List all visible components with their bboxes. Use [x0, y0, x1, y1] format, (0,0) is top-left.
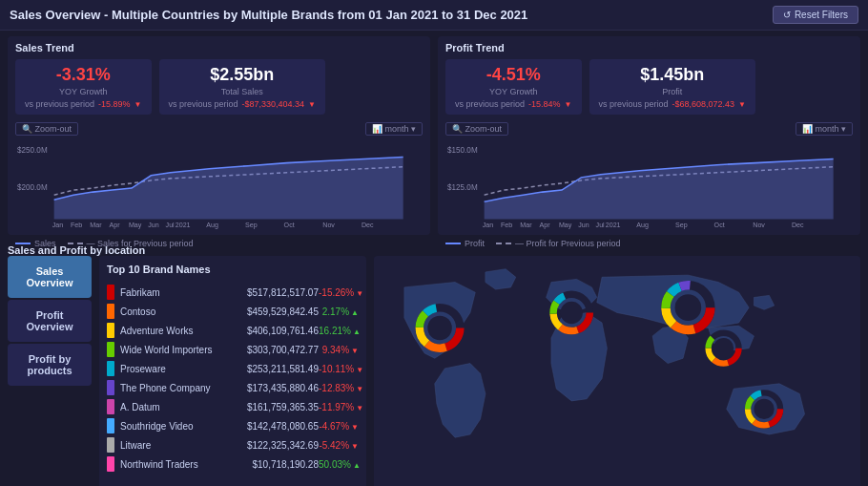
- profit-value: $1.45bn: [599, 65, 747, 85]
- profit-chart: $150.0M $125.0M Jan Feb Mar Apr May Jun …: [445, 137, 853, 233]
- brand-table-row: Southridge Video$142,478,080.65-4.67%▼: [107, 416, 359, 435]
- profit-yoy-vs: vs previous period: [455, 99, 525, 109]
- down-triangle-icon: ▼: [356, 385, 363, 393]
- brand-table-row: A. Datum$161,759,365.35-11.97%▼: [107, 397, 359, 416]
- profit-yoy-sub: vs previous period -15.84% ▼: [455, 99, 572, 109]
- profit-yoy-triangle: ▼: [565, 100, 572, 109]
- brand-value-cell: $253,211,581.49: [228, 364, 319, 374]
- profit-metrics-row: -4.51% YOY Growth vs previous period -15…: [445, 59, 853, 115]
- brand-table-row: Litware$122,325,342.69-5.42%▼: [107, 435, 359, 454]
- profit-value-card: $1.45bn Profit vs previous period -$68,6…: [589, 59, 756, 115]
- brand-pct-cell: -12.83%▼: [319, 383, 359, 393]
- brand-pct-cell: 16.21%▲: [319, 326, 359, 336]
- profit-trend-title: Profit Trend: [445, 42, 853, 53]
- svg-text:Jul: Jul: [596, 222, 606, 229]
- brand-name-cell: Adventure Works: [120, 326, 228, 336]
- brand-name-cell: Northwind Traders: [120, 459, 228, 470]
- profit-triangle: ▼: [738, 100, 746, 109]
- brand-table-row: Adventure Works$406,109,761.4616.21%▲: [107, 321, 359, 340]
- svg-point-61: [754, 399, 774, 419]
- brand-table-row: Proseware$253,211,581.49-10.11%▼: [107, 359, 359, 378]
- svg-text:$200.0M: $200.0M: [17, 183, 48, 192]
- brand-name-cell: Proseware: [120, 364, 228, 374]
- sales-legend-sales: Sales: [15, 239, 56, 248]
- svg-text:2021: 2021: [606, 222, 621, 229]
- nav-sales-overview[interactable]: Sales Overview: [8, 256, 92, 298]
- brand-pct-cell: 2.17%▲: [319, 306, 359, 317]
- nav-profit-by-products[interactable]: Profit by products: [8, 344, 92, 386]
- brand-value-cell: $122,325,342.69: [228, 440, 319, 451]
- brand-color-indicator: [107, 456, 114, 472]
- svg-text:May: May: [559, 222, 572, 229]
- profit-vs: vs previous period: [599, 99, 669, 109]
- down-triangle-icon: ▼: [356, 404, 363, 412]
- sales-prev-line: [68, 243, 83, 244]
- profit-legend-prev: — Profit for Previous period: [496, 239, 621, 248]
- svg-text:Aug: Aug: [636, 222, 649, 229]
- svg-text:Apr: Apr: [540, 222, 551, 229]
- sales-yoy-value: -3.31%: [25, 65, 142, 85]
- sales-chart: $250.0M $200.0M Jan Feb Mar Apr May Jun …: [15, 137, 423, 233]
- profit-yoy-card: -4.51% YOY Growth vs previous period -15…: [445, 59, 582, 115]
- svg-text:Jul: Jul: [166, 222, 176, 229]
- sales-total-change: -$87,330,404.34: [242, 99, 305, 109]
- trends-section: Sales Trend -3.31% YOY Growth vs previou…: [0, 31, 868, 241]
- brand-table-panel: Top 10 Brand Names Fabrikam$517,812,517.…: [99, 256, 366, 486]
- sales-month-button[interactable]: 📊 month ▾: [365, 122, 423, 136]
- svg-marker-2: [54, 158, 403, 220]
- svg-point-54: [675, 294, 702, 321]
- brand-table-row: Wide World Importers$303,700,472.779.34%…: [107, 340, 359, 359]
- sales-yoy-sub: vs previous period -15.89% ▼: [25, 99, 142, 109]
- brand-value-cell: $303,700,472.77: [228, 345, 319, 355]
- world-map: [374, 256, 860, 486]
- up-triangle-icon: ▲: [353, 461, 361, 470]
- nav-profit-overview[interactable]: Profit Overview: [8, 300, 92, 342]
- profit-yoy-value: -4.51%: [455, 65, 572, 85]
- svg-text:$125.0M: $125.0M: [447, 183, 478, 192]
- brand-value-cell: $406,109,761.46: [228, 326, 319, 336]
- profit-sub: vs previous period -$68,608,072.43 ▼: [599, 99, 747, 109]
- sales-total-triangle: ▼: [308, 100, 316, 109]
- reset-filters-button[interactable]: ↺ Reset Filters: [773, 6, 858, 24]
- sales-trend-panel: Sales Trend -3.31% YOY Growth vs previou…: [8, 36, 430, 235]
- sales-metrics-row: -3.31% YOY Growth vs previous period -15…: [15, 59, 423, 115]
- brand-pct-cell: 9.34%▼: [319, 345, 359, 355]
- sales-total-value: $2.55bn: [169, 65, 317, 85]
- brand-value-cell: $10,718,190.28: [228, 459, 319, 470]
- brand-color-indicator: [107, 304, 114, 319]
- sales-zoom-out-button[interactable]: 🔍 Zoom-out: [15, 122, 78, 136]
- profit-zoom-out-button[interactable]: 🔍 Zoom-out: [445, 122, 508, 136]
- profit-chart-legend: Profit — Profit for Previous period: [445, 239, 853, 248]
- brand-table-row: Northwind Traders$10,718,190.2850.03%▲: [107, 454, 359, 474]
- brand-table-row: Contoso$459,529,842.452.17%▲: [107, 302, 359, 321]
- svg-text:Dec: Dec: [792, 222, 804, 229]
- brand-pct-cell: 50.03%▲: [319, 459, 359, 470]
- brand-value-cell: $517,812,517.07: [228, 287, 319, 298]
- sales-total-card: $2.55bn Total Sales vs previous period -…: [159, 59, 326, 115]
- bottom-section: Sales Overview Profit Overview Profit by…: [0, 256, 868, 486]
- svg-text:$150.0M: $150.0M: [447, 146, 478, 155]
- svg-point-46: [561, 302, 583, 324]
- brand-table-body: Fabrikam$517,812,517.07-15.26%▼Contoso$4…: [107, 283, 359, 474]
- sales-yoy-label: YOY Growth: [25, 87, 142, 96]
- down-triangle-icon: ▼: [351, 442, 359, 451]
- profit-chart-controls: 🔍 Zoom-out 📊 month ▾: [445, 122, 853, 136]
- brand-table-row: The Phone Company$173,435,880.46-12.83%▼: [107, 378, 359, 397]
- svg-text:Nov: Nov: [322, 222, 335, 229]
- svg-point-39: [427, 316, 452, 341]
- svg-text:Sep: Sep: [675, 222, 688, 229]
- svg-text:Oct: Oct: [284, 222, 295, 229]
- down-triangle-icon: ▼: [351, 423, 359, 432]
- profit-month-button[interactable]: 📊 month ▾: [796, 122, 853, 136]
- brand-name-cell: A. Datum: [120, 402, 228, 412]
- brand-color-indicator: [107, 361, 114, 376]
- sales-chart-area: 🔍 Zoom-out 📊 month ▾ $250.0M $200.0M Jan…: [15, 122, 423, 248]
- brand-value-cell: $173,435,880.46: [228, 383, 319, 393]
- brand-color-indicator: [107, 380, 114, 395]
- profit-yoy-label: YOY Growth: [455, 87, 572, 96]
- down-triangle-icon: ▼: [356, 366, 363, 374]
- brand-value-cell: $142,478,080.65: [228, 421, 319, 432]
- brand-name-cell: Litware: [120, 440, 228, 451]
- svg-text:Oct: Oct: [714, 222, 725, 229]
- sales-legend-line: [15, 243, 31, 244]
